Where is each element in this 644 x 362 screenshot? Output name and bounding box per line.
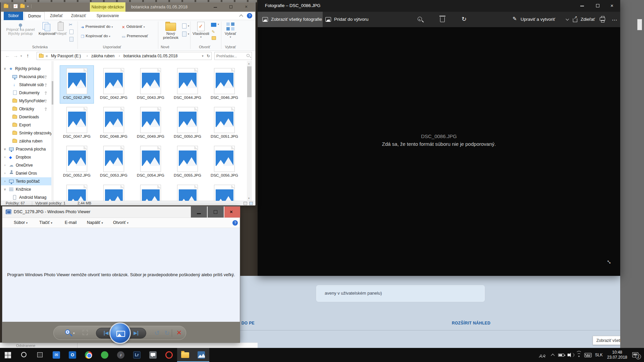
thumbnail-view-icon[interactable] [249,202,253,205]
folder-icon[interactable] [4,4,8,8]
picture-tools-tab[interactable]: Nástroje obrázkov [90,2,125,12]
file-item[interactable]: DSC_0042.JPG [97,66,130,103]
breadcrumb-root[interactable]: My Passport (E:) [51,54,81,58]
select-button[interactable]: Vybrať ▾ [222,21,238,39]
edit-icon[interactable]: ✎ [212,29,215,34]
scrollbar-thumb[interactable] [637,19,642,30]
maximize-button[interactable] [224,2,238,12]
sidebar-item-desktop[interactable]: ∨Pracovná plocha [1,145,51,153]
file-item[interactable]: DSC_0043.JPG [134,66,167,103]
rotate-icon[interactable]: ↻ [462,15,467,23]
history-icon[interactable] [212,36,216,40]
file-item[interactable]: DSC_0051.JPG [208,105,241,142]
tab-file[interactable]: Súbor [4,12,23,20]
file-item[interactable] [208,182,241,201]
sidebar-item-mysyncfolder[interactable]: MySyncFolder [1,97,51,105]
sidebar-item-user[interactable]: ›Daniel Oros [1,169,51,177]
viewer-titlebar[interactable]: DSC_1279.JPG - Windows Photo Viewer × [2,206,240,218]
refresh-icon[interactable]: ↻ [207,54,210,58]
paste-shortcut-icon[interactable] [69,37,73,42]
rotate-right-icon[interactable]: ↻ [164,329,170,337]
sidebar-item-downloads-pinned[interactable]: ↓Stiahnuté súb [1,81,51,89]
back-icon[interactable]: ← [5,53,10,58]
sidebar-item-screenshots[interactable]: Snímky obrazovky [1,129,51,137]
red-app-button[interactable] [161,348,177,362]
file-item[interactable]: DSC_0050.JPG [171,105,204,142]
file-item[interactable]: DSC_0049.JPG [134,105,167,142]
copy-path-icon[interactable] [69,29,73,34]
page-link-expand-preview[interactable]: ROZŠÍRIT NÁHLED [452,321,490,325]
delete-icon[interactable]: ✕ [176,329,182,337]
task-view-button[interactable] [32,348,48,362]
easy-access-icon[interactable] [182,32,186,37]
menu-open[interactable]: Otvoriť ▾ [113,220,128,225]
sidebar-item-export[interactable]: Export [1,121,51,129]
files-scrollbar[interactable]: ▴▾ [247,61,252,201]
fit-to-window-icon[interactable] [83,330,88,335]
file-item[interactable]: DSC_0055.JPG [171,143,204,181]
close-button[interactable]: × [605,0,621,12]
file-explorer-taskbar-button[interactable] [177,348,193,362]
move-to-button[interactable]: ➜Premiestniť do ▾ [81,23,113,29]
search-input[interactable] [216,53,245,59]
sidebar-scrollbar[interactable] [51,61,54,201]
search-button[interactable] [16,348,32,362]
details-view-icon[interactable] [244,202,247,205]
mail-app-button[interactable]: ✉ [48,348,64,362]
minimize-button[interactable] [191,206,207,218]
new-item-icon[interactable] [182,23,186,28]
photos-titlebar[interactable]: Fotografie – DSC_0086.JPG × [258,0,620,12]
forward-icon[interactable]: → [13,53,18,58]
rotate-left-icon[interactable]: ↺ [154,329,160,337]
file-item[interactable]: DSC_0054.JPG [134,143,167,181]
sidebar-item-this-pc[interactable]: ›Tento počítač [1,177,51,185]
previous-icon[interactable]: |◀ [104,330,109,336]
delete-button[interactable]: ✕Odstrániť ▾ [122,23,145,29]
start-button[interactable] [0,348,16,362]
address-dropdown-chevron-icon[interactable]: ▾ [202,54,204,58]
tab-view[interactable]: Zobraziť [68,12,89,20]
open-picture-icon[interactable] [211,23,216,27]
sidebar-item-dropbox[interactable]: ›◆Dropbox [1,153,51,161]
touch-keyboard-icon[interactable] [584,353,592,357]
copy-to-button[interactable]: ❐Kopírovať do ▾ [81,33,110,39]
breadcrumb-folder2[interactable]: botanicka zahrada 01.05.2018 [123,54,177,58]
lightroom-button[interactable]: Lr [129,348,145,362]
wifi-icon[interactable] [576,353,582,357]
zoom-icon[interactable]: + [65,329,70,335]
sidebar-item-quick-access[interactable]: ∨★Rýchly prístup [1,65,51,73]
file-item[interactable]: DSC_0044.JPG [171,66,204,103]
close-button[interactable]: × [240,2,255,12]
file-item[interactable] [171,182,204,201]
minimize-button[interactable] [574,0,590,12]
close-button[interactable]: × [224,206,240,218]
file-item[interactable]: DSC_0046.JPG [208,66,241,103]
help-icon[interactable]: ? [232,220,238,226]
tab-home[interactable]: Domov [24,12,45,20]
file-item[interactable] [60,182,94,201]
next-icon[interactable]: ▶| [133,330,139,336]
green-app-button[interactable] [97,348,113,362]
fullscreen-icon[interactable]: ↔ [606,257,614,265]
paste-button[interactable]: Prilepiť [54,21,67,36]
clock[interactable]: 10:48 23.07.2018 [605,350,629,360]
more-options-icon[interactable]: ⋯ [612,17,617,23]
sidebar-item-desktop-pinned[interactable]: Pracovná ploc [1,73,51,81]
up-icon[interactable]: ↑ [26,53,29,58]
sidebar-item-documents[interactable]: Dokumenty [1,89,51,97]
chrome-button[interactable] [80,348,97,362]
maximize-button[interactable] [590,0,605,12]
explorer-titlebar[interactable]: ✓ ▾ Nástroje obrázkov botanicka zahrada … [1,2,255,12]
sidebar-item-downloads-folder[interactable]: Downloads [1,113,51,121]
file-item[interactable]: CSC_0242.JPG [60,66,94,103]
sidebar-item-onedrive[interactable]: ›☁OneDrive [1,161,51,169]
pin-to-quick-access-button[interactable]: Pripnúť na panel Rýchly prístup [2,21,39,36]
file-item[interactable]: DSC_0056.JPG [208,143,241,181]
menu-print[interactable]: Tlačiť ▾ [39,220,52,225]
chat-app-button[interactable] [145,348,161,362]
address-bar[interactable]: « My Passport (E:) › záloha ruben › bota… [37,52,212,60]
photos-taskbar-button[interactable] [193,348,209,362]
tab-manage[interactable]: Spravovanie [90,12,125,20]
sidebar-item-libraries[interactable]: ∨Knižnice [1,185,51,193]
cut-icon[interactable]: ✂ [69,22,72,27]
